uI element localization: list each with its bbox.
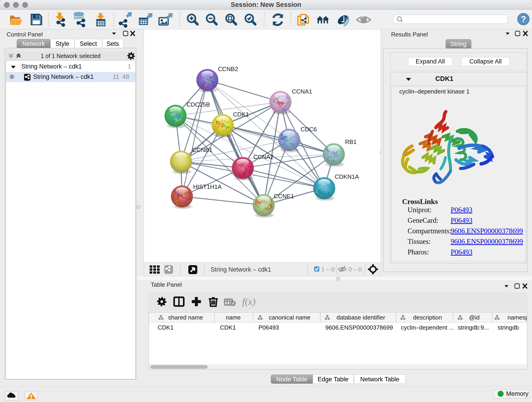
svg-text:0 – 0: 0 – 0 xyxy=(348,266,362,273)
svg-text:P06493: P06493 xyxy=(259,324,279,331)
svg-text:1 – 0: 1 – 0 xyxy=(321,266,335,273)
svg-text:RB1: RB1 xyxy=(345,138,357,145)
svg-text:cyclin–dependent ...: cyclin–dependent ... xyxy=(401,324,454,331)
svg-text:CCNA1: CCNA1 xyxy=(292,88,312,95)
svg-text:CDKN1A: CDKN1A xyxy=(335,173,359,180)
svg-text:stringdb: stringdb xyxy=(498,324,519,331)
svg-text:CCNE1: CCNE1 xyxy=(274,193,294,200)
svg-text:HIST1H1A: HIST1H1A xyxy=(193,183,222,190)
svg-text:CCNB1: CCNB1 xyxy=(192,147,212,153)
svg-text:CCNA2: CCNA2 xyxy=(253,153,273,160)
svg-text:CDC6: CDC6 xyxy=(301,126,317,133)
svg-text:shared name: shared name xyxy=(168,314,203,321)
svg-text:CDC25B: CDC25B xyxy=(186,101,210,108)
svg-text:CDK1: CDK1 xyxy=(233,111,249,118)
svg-text:stringdb:9...: stringdb:9... xyxy=(458,324,489,331)
svg-text:name: name xyxy=(226,314,241,321)
svg-text:description: description xyxy=(413,314,442,321)
svg-text:database identifier: database identifier xyxy=(336,314,385,321)
svg-text:CCNB2: CCNB2 xyxy=(218,65,238,72)
svg-text:canonical name: canonical name xyxy=(269,314,310,321)
svg-text:CDK1: CDK1 xyxy=(220,324,236,331)
svg-text:9606.ENSP00000378699: 9606.ENSP00000378699 xyxy=(325,324,393,331)
svg-text:f(x): f(x) xyxy=(242,296,255,307)
svg-text:String Network – cdk1: String Network – cdk1 xyxy=(210,266,271,273)
svg-text:namespace: namespace xyxy=(507,314,527,321)
svg-text:@id: @id xyxy=(469,314,480,321)
svg-text:CDK1: CDK1 xyxy=(158,324,173,331)
